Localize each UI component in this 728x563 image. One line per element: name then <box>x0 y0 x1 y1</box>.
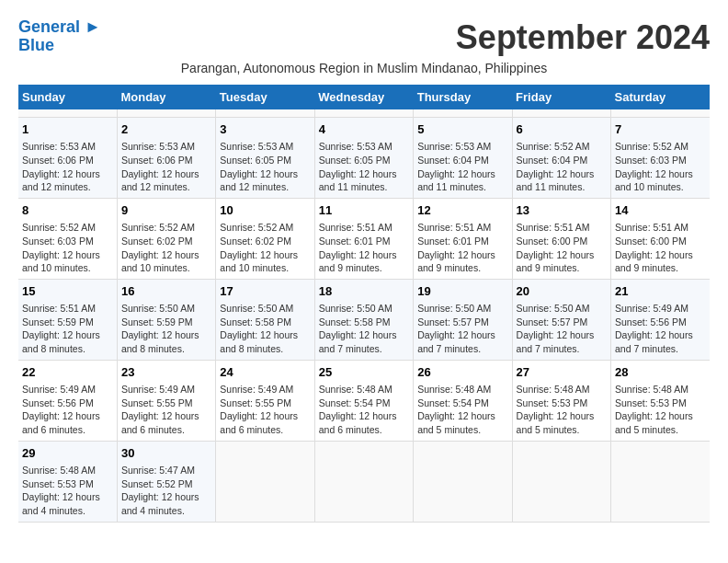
calendar-cell: 21Sunrise: 5:49 AM Sunset: 5:56 PM Dayli… <box>611 279 710 360</box>
logo: General ► Blue <box>18 18 101 55</box>
calendar-cell: 18Sunrise: 5:50 AM Sunset: 5:58 PM Dayli… <box>314 279 413 360</box>
calendar-cell <box>611 441 710 522</box>
calendar-cell: 13Sunrise: 5:51 AM Sunset: 6:00 PM Dayli… <box>512 198 610 279</box>
day-number: 21 <box>615 283 706 300</box>
calendar-table: SundayMondayTuesdayWednesdayThursdayFrid… <box>18 85 710 523</box>
day-info: Sunrise: 5:48 AM Sunset: 5:53 PM Dayligh… <box>22 464 113 518</box>
day-header-tuesday: Tuesday <box>216 85 314 109</box>
day-number: 29 <box>22 445 113 462</box>
calendar-cell: 23Sunrise: 5:49 AM Sunset: 5:55 PM Dayli… <box>117 360 215 441</box>
calendar-cell: 28Sunrise: 5:48 AM Sunset: 5:53 PM Dayli… <box>611 360 710 441</box>
day-number: 17 <box>220 283 310 300</box>
calendar-cell: 11Sunrise: 5:51 AM Sunset: 6:01 PM Dayli… <box>314 198 413 279</box>
day-header-thursday: Thursday <box>414 85 512 109</box>
day-number: 26 <box>417 364 507 381</box>
day-info: Sunrise: 5:53 AM Sunset: 6:06 PM Dayligh… <box>121 140 211 194</box>
day-header-saturday: Saturday <box>611 85 710 109</box>
day-info: Sunrise: 5:47 AM Sunset: 5:52 PM Dayligh… <box>121 464 211 518</box>
week-row-2: 1Sunrise: 5:53 AM Sunset: 6:06 PM Daylig… <box>18 118 710 199</box>
day-header-sunday: Sunday <box>18 85 117 109</box>
day-info: Sunrise: 5:48 AM Sunset: 5:54 PM Dayligh… <box>319 383 409 437</box>
day-number: 10 <box>220 202 310 219</box>
calendar-cell: 25Sunrise: 5:48 AM Sunset: 5:54 PM Dayli… <box>314 360 413 441</box>
day-info: Sunrise: 5:50 AM Sunset: 5:59 PM Dayligh… <box>121 302 211 356</box>
day-number: 9 <box>121 202 211 219</box>
day-header-monday: Monday <box>117 85 215 109</box>
calendar-cell <box>314 441 413 522</box>
calendar-cell: 29Sunrise: 5:48 AM Sunset: 5:53 PM Dayli… <box>18 441 117 522</box>
day-info: Sunrise: 5:51 AM Sunset: 6:01 PM Dayligh… <box>417 221 507 275</box>
day-number: 8 <box>22 202 113 219</box>
calendar-cell: 24Sunrise: 5:49 AM Sunset: 5:55 PM Dayli… <box>216 360 314 441</box>
calendar-cell: 7Sunrise: 5:52 AM Sunset: 6:03 PM Daylig… <box>611 118 710 199</box>
calendar-cell: 17Sunrise: 5:50 AM Sunset: 5:58 PM Dayli… <box>216 279 314 360</box>
page-header: General ► Blue September 2024 <box>18 18 710 57</box>
day-number: 1 <box>22 121 113 138</box>
calendar-cell: 5Sunrise: 5:53 AM Sunset: 6:04 PM Daylig… <box>414 118 512 199</box>
day-header-row: SundayMondayTuesdayWednesdayThursdayFrid… <box>18 85 710 109</box>
month-title: September 2024 <box>456 18 710 57</box>
day-number: 5 <box>417 121 507 138</box>
day-info: Sunrise: 5:52 AM Sunset: 6:02 PM Dayligh… <box>121 221 211 275</box>
calendar-cell <box>512 109 610 118</box>
day-info: Sunrise: 5:50 AM Sunset: 5:58 PM Dayligh… <box>319 302 409 356</box>
day-info: Sunrise: 5:50 AM Sunset: 5:57 PM Dayligh… <box>517 302 607 356</box>
day-info: Sunrise: 5:52 AM Sunset: 6:03 PM Dayligh… <box>615 140 706 194</box>
calendar-cell: 10Sunrise: 5:52 AM Sunset: 6:02 PM Dayli… <box>216 198 314 279</box>
calendar-cell: 12Sunrise: 5:51 AM Sunset: 6:01 PM Dayli… <box>414 198 512 279</box>
day-info: Sunrise: 5:50 AM Sunset: 5:58 PM Dayligh… <box>220 302 310 356</box>
day-number: 16 <box>121 283 211 300</box>
week-row-1 <box>18 109 710 118</box>
week-row-5: 22Sunrise: 5:49 AM Sunset: 5:56 PM Dayli… <box>18 360 710 441</box>
calendar-cell: 9Sunrise: 5:52 AM Sunset: 6:02 PM Daylig… <box>117 198 215 279</box>
day-number: 20 <box>517 283 607 300</box>
calendar-cell <box>512 441 610 522</box>
calendar-cell <box>611 109 710 118</box>
week-row-4: 15Sunrise: 5:51 AM Sunset: 5:59 PM Dayli… <box>18 279 710 360</box>
calendar-cell <box>216 441 314 522</box>
calendar-cell: 30Sunrise: 5:47 AM Sunset: 5:52 PM Dayli… <box>117 441 215 522</box>
day-number: 7 <box>615 121 706 138</box>
day-number: 6 <box>517 121 607 138</box>
calendar-cell: 19Sunrise: 5:50 AM Sunset: 5:57 PM Dayli… <box>414 279 512 360</box>
day-info: Sunrise: 5:48 AM Sunset: 5:53 PM Dayligh… <box>615 383 706 437</box>
day-number: 2 <box>121 121 211 138</box>
day-header-friday: Friday <box>512 85 610 109</box>
calendar-cell <box>117 109 215 118</box>
day-number: 14 <box>615 202 706 219</box>
day-info: Sunrise: 5:52 AM Sunset: 6:03 PM Dayligh… <box>22 221 113 275</box>
day-info: Sunrise: 5:51 AM Sunset: 6:00 PM Dayligh… <box>517 221 607 275</box>
calendar-cell: 20Sunrise: 5:50 AM Sunset: 5:57 PM Dayli… <box>512 279 610 360</box>
day-info: Sunrise: 5:53 AM Sunset: 6:06 PM Dayligh… <box>22 140 113 194</box>
day-number: 12 <box>417 202 507 219</box>
day-number: 19 <box>417 283 507 300</box>
day-number: 30 <box>121 445 211 462</box>
calendar-cell: 3Sunrise: 5:53 AM Sunset: 6:05 PM Daylig… <box>216 118 314 199</box>
day-info: Sunrise: 5:48 AM Sunset: 5:54 PM Dayligh… <box>417 383 507 437</box>
day-info: Sunrise: 5:53 AM Sunset: 6:05 PM Dayligh… <box>220 140 310 194</box>
day-number: 18 <box>319 283 409 300</box>
calendar-cell: 2Sunrise: 5:53 AM Sunset: 6:06 PM Daylig… <box>117 118 215 199</box>
day-number: 13 <box>517 202 607 219</box>
logo-text: General ► Blue <box>18 18 101 55</box>
calendar-cell <box>414 441 512 522</box>
calendar-cell: 27Sunrise: 5:48 AM Sunset: 5:53 PM Dayli… <box>512 360 610 441</box>
day-number: 23 <box>121 364 211 381</box>
day-info: Sunrise: 5:49 AM Sunset: 5:56 PM Dayligh… <box>615 302 706 356</box>
calendar-cell: 15Sunrise: 5:51 AM Sunset: 5:59 PM Dayli… <box>18 279 117 360</box>
calendar-cell <box>18 109 117 118</box>
day-number: 11 <box>319 202 409 219</box>
day-info: Sunrise: 5:49 AM Sunset: 5:55 PM Dayligh… <box>220 383 310 437</box>
calendar-cell: 8Sunrise: 5:52 AM Sunset: 6:03 PM Daylig… <box>18 198 117 279</box>
day-number: 22 <box>22 364 113 381</box>
calendar-cell: 4Sunrise: 5:53 AM Sunset: 6:05 PM Daylig… <box>314 118 413 199</box>
calendar-cell: 26Sunrise: 5:48 AM Sunset: 5:54 PM Dayli… <box>414 360 512 441</box>
calendar-cell: 22Sunrise: 5:49 AM Sunset: 5:56 PM Dayli… <box>18 360 117 441</box>
day-number: 4 <box>319 121 409 138</box>
day-number: 3 <box>220 121 310 138</box>
day-number: 15 <box>22 283 113 300</box>
subtitle: Parangan, Autonomous Region in Muslim Mi… <box>18 61 710 75</box>
day-info: Sunrise: 5:53 AM Sunset: 6:04 PM Dayligh… <box>417 140 507 194</box>
day-info: Sunrise: 5:52 AM Sunset: 6:04 PM Dayligh… <box>517 140 607 194</box>
day-info: Sunrise: 5:52 AM Sunset: 6:02 PM Dayligh… <box>220 221 310 275</box>
